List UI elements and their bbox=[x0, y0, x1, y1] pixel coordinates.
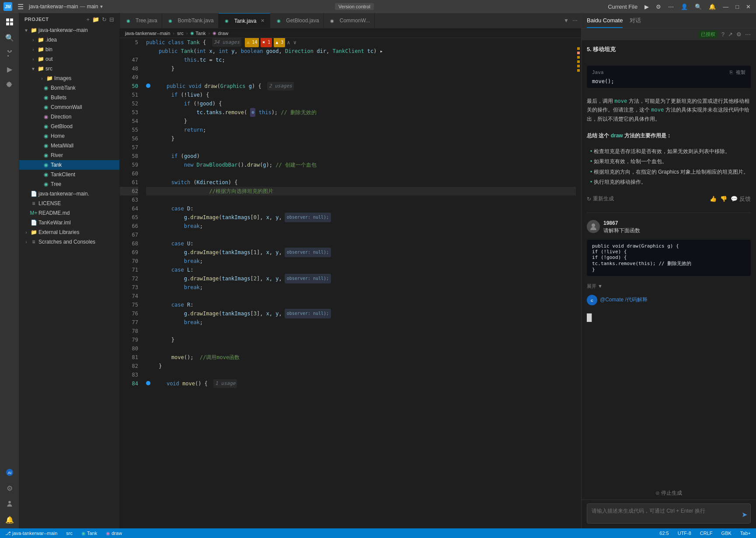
status-src[interactable]: src bbox=[64, 531, 74, 536]
status-branch[interactable]: ⎇ java-tankerwar--main bbox=[3, 531, 59, 536]
status-gbk[interactable]: GBK bbox=[720, 531, 733, 536]
code-line-48: } bbox=[146, 64, 576, 73]
panel-share-icon[interactable]: ↗ bbox=[728, 31, 733, 38]
sidebar-item-license[interactable]: ≡ LICENSE bbox=[19, 199, 119, 208]
activity-search[interactable]: 🔍 bbox=[3, 31, 17, 45]
idea-folder-icon: 📁 bbox=[37, 37, 45, 43]
activity-explorer[interactable] bbox=[3, 15, 17, 29]
copy-btn[interactable]: ⎘ 複製 bbox=[730, 69, 746, 76]
activity-notifications[interactable]: 🔔 bbox=[3, 513, 17, 527]
tab-tank-close[interactable]: ✕ bbox=[260, 17, 265, 24]
search-btn[interactable]: 🔍 bbox=[693, 3, 704, 11]
breadcrumb-src[interactable]: src bbox=[177, 31, 184, 36]
bell-btn[interactable]: 🔔 bbox=[707, 3, 718, 11]
tabs-more[interactable]: ▼ ⋯ bbox=[560, 17, 581, 24]
sidebar-new-file-icon[interactable]: + bbox=[86, 16, 90, 23]
activity-settings[interactable]: ⚙ bbox=[3, 481, 17, 495]
feedback-btn[interactable]: 💬 反馈 bbox=[731, 195, 751, 203]
sidebar-item-direction[interactable]: ◉ Direction bbox=[19, 112, 119, 122]
sidebar-item-external-libs[interactable]: › 📁 External Libraries bbox=[19, 227, 119, 237]
user-btn[interactable]: 👤 bbox=[679, 3, 690, 11]
sidebar-item-scratches[interactable]: › ≡ Scratches and Consoles bbox=[19, 237, 119, 247]
status-utf8[interactable]: UTF-8 bbox=[676, 531, 693, 536]
tab-tree[interactable]: ◉ Tree.java bbox=[120, 13, 162, 28]
sidebar-item-tankewar[interactable]: 📄 TanKeWar.iml bbox=[19, 218, 119, 227]
activity-extensions[interactable] bbox=[3, 78, 17, 92]
thumbup-btn[interactable]: 👍 bbox=[710, 196, 717, 202]
status-crlf[interactable]: CRLF bbox=[698, 531, 714, 536]
indent-value: Tab+ bbox=[740, 531, 751, 536]
sidebar-item-home[interactable]: ◉ Home bbox=[19, 131, 119, 141]
tankewar-icon: 📄 bbox=[30, 220, 38, 226]
tab-getblood[interactable]: ◉ GetBlood.java bbox=[270, 13, 324, 28]
sidebar-item-getblood[interactable]: ◉ GetBlood bbox=[19, 122, 119, 131]
minimize-btn[interactable]: — bbox=[721, 3, 730, 11]
project-name[interactable]: java-tankerwar--main — main ▾ bbox=[29, 3, 103, 10]
vcs-label[interactable]: Version control bbox=[335, 3, 374, 10]
sidebar-item-tank[interactable]: ◉ Tank bbox=[19, 160, 119, 170]
breadcrumb-project[interactable]: java-tankerwar--main bbox=[125, 31, 170, 36]
sidebar-item-images[interactable]: › 📁 Images bbox=[19, 73, 119, 83]
current-file-btn[interactable]: Current File bbox=[606, 3, 639, 11]
status-position[interactable]: 62:5 bbox=[658, 531, 670, 536]
send-btn[interactable]: ➤ bbox=[742, 510, 747, 518]
sidebar-item-commonwall[interactable]: ◉ CommonWall bbox=[19, 102, 119, 112]
sidebar-item-iml[interactable]: 📄 java-tankerwar--main. bbox=[19, 189, 119, 199]
panel-more-icon[interactable]: ⋯ bbox=[745, 31, 751, 38]
tab-bombtank[interactable]: ◉ BombTank.java bbox=[162, 13, 219, 28]
activity-git[interactable] bbox=[3, 46, 17, 60]
readme-label: README.md bbox=[38, 210, 70, 216]
more-btn[interactable]: ⋯ bbox=[666, 3, 676, 11]
activity-debug[interactable]: ▶ bbox=[3, 62, 17, 76]
root-label: java-tankerwar--main bbox=[38, 27, 88, 33]
sidebar-item-bin[interactable]: › 📁 bin bbox=[19, 45, 119, 54]
thumbdown-btn[interactable]: 👎 bbox=[720, 196, 727, 202]
sidebar-item-readme[interactable]: M+ README.md bbox=[19, 208, 119, 218]
stop-btn[interactable]: ⊙ 停止生成 bbox=[582, 487, 756, 500]
sidebar-collapse-icon[interactable]: ⊟ bbox=[109, 16, 114, 23]
chat-input[interactable] bbox=[587, 503, 751, 524]
panel-tab-comate[interactable]: Baidu Comate bbox=[587, 14, 623, 28]
breadcrumb-tank[interactable]: ◉ Tank bbox=[190, 31, 206, 36]
sidebar-item-bullets[interactable]: ◉ Bullets bbox=[19, 93, 119, 102]
regen-btn[interactable]: ↻ 重新生成 bbox=[587, 195, 614, 203]
tree-java-icon: ◉ bbox=[42, 181, 50, 187]
panel-tab-chat[interactable]: 对话 bbox=[630, 13, 641, 28]
code-editor[interactable]: 5 47 48 49 50 51 52 53 54 55 56 57 58 59… bbox=[120, 38, 581, 528]
src-value: src bbox=[66, 531, 73, 536]
sidebar-item-river[interactable]: ◉ River bbox=[19, 150, 119, 160]
code-line-49 bbox=[146, 73, 576, 82]
debug-btn[interactable]: ⚙ bbox=[654, 3, 663, 11]
sidebar-item-src[interactable]: ▼ 📁 src bbox=[19, 64, 119, 73]
panel-help-icon[interactable]: ? bbox=[721, 31, 725, 38]
status-class[interactable]: ◉ Tank bbox=[80, 531, 99, 536]
direction-java-icon: ◉ bbox=[42, 114, 50, 120]
status-method[interactable]: ◉ draw bbox=[104, 531, 124, 536]
tab-commonwall[interactable]: ◉ CommonW... bbox=[324, 13, 375, 28]
sidebar-item-metalwall[interactable]: ◉ MetalWall bbox=[19, 141, 119, 150]
sidebar-item-root[interactable]: ▼ 📁 java-tankerwar--main bbox=[19, 25, 119, 35]
sidebar-item-out[interactable]: › 📁 out bbox=[19, 54, 119, 64]
run-btn[interactable]: ▶ bbox=[643, 3, 651, 11]
user-message: 19867 请解释下面函数 bbox=[587, 220, 751, 234]
status-indent[interactable]: Tab+ bbox=[739, 531, 753, 536]
dropdown-arrow[interactable]: ▾ bbox=[100, 3, 103, 10]
menu-icon[interactable]: ☰ bbox=[16, 2, 25, 12]
sidebar-item-tree[interactable]: ◉ Tree bbox=[19, 179, 119, 189]
sidebar-refresh-icon[interactable]: ↻ bbox=[102, 16, 107, 23]
code-content[interactable]: public class Tank { 34 usages ⚠ 14 ✖ 1 ▲… bbox=[142, 38, 576, 528]
activity-ai[interactable]: AI bbox=[3, 465, 17, 479]
sidebar-new-folder-icon[interactable]: 📁 bbox=[92, 16, 99, 23]
sidebar-item-idea[interactable]: › 📁 .idea bbox=[19, 35, 119, 45]
tab-tank[interactable]: ◉ Tank.java ✕ bbox=[219, 13, 271, 28]
close-btn[interactable]: ✕ bbox=[744, 3, 753, 11]
status-bar: ⎇ java-tankerwar--main src ◉ Tank ◉ draw… bbox=[0, 528, 756, 538]
sidebar-item-tankclient[interactable]: ◉ TankClient bbox=[19, 170, 119, 179]
expand-btn[interactable]: 展开 ▼ bbox=[587, 283, 751, 290]
activity-account[interactable] bbox=[3, 497, 17, 511]
breadcrumb-draw[interactable]: ◉ draw bbox=[213, 31, 228, 36]
panel-settings-icon[interactable]: ⚙ bbox=[736, 31, 742, 38]
panel-content: 5. 移动坦克 Java ⎘ 複製 move(); 最后，调用 move 方法，… bbox=[582, 40, 756, 487]
maximize-btn[interactable]: □ bbox=[734, 3, 741, 11]
sidebar-item-bombtank[interactable]: ◉ BombTank bbox=[19, 83, 119, 93]
